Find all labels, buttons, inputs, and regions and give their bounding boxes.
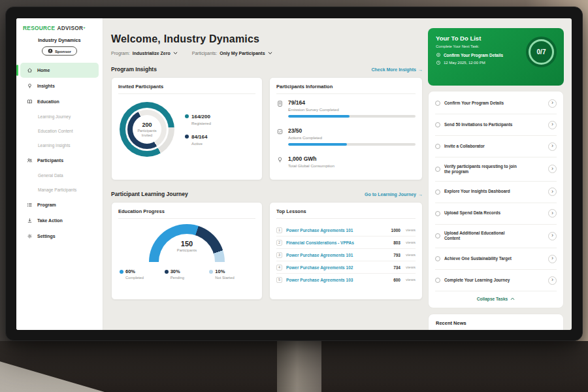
page-title: Welcome, Industry Dynamics bbox=[111, 33, 423, 45]
bulb-icon bbox=[27, 83, 33, 89]
participants-dropdown[interactable]: Only My Participants bbox=[220, 51, 272, 56]
stat-content: 23/50 Actions Completed bbox=[288, 127, 416, 146]
sidebar-item-label: Settings bbox=[37, 234, 56, 238]
sidebar-item-label: General Data bbox=[38, 173, 63, 178]
todo-progress-value: 0/7 bbox=[537, 48, 546, 56]
sidebar-item-home[interactable]: Home bbox=[20, 63, 99, 78]
check-more-insights-link[interactable]: Check More Insights → bbox=[372, 67, 423, 72]
logo-resource: RESOURCE bbox=[23, 25, 55, 31]
lesson-link[interactable]: Financial Considerations - VPPAs bbox=[286, 240, 389, 245]
lesson-link[interactable]: Power Purchase Agreements 103 bbox=[286, 278, 389, 282]
task-row: Verify participants requesting to join t… bbox=[435, 157, 557, 182]
legend-label: Active bbox=[191, 141, 211, 146]
recent-news-card: Recent News bbox=[428, 314, 564, 330]
card-title: Education Progress bbox=[118, 208, 255, 219]
task-checkbox[interactable] bbox=[435, 211, 440, 216]
sidebar-item-program[interactable]: Program bbox=[20, 197, 99, 212]
sidebar-item-take-action[interactable]: Take Action bbox=[20, 213, 99, 228]
card-title: Participants Information bbox=[276, 84, 416, 94]
task-chevron-button[interactable]: › bbox=[548, 255, 557, 263]
sidebar-item-learning-insights[interactable]: Learning Insights bbox=[20, 139, 99, 152]
collapse-tasks-label: Collapse Tasks bbox=[477, 297, 508, 301]
sidebar-item-label: Manage Participants bbox=[38, 188, 76, 192]
stat-value: 23/50 bbox=[288, 127, 416, 134]
program-dropdown-value: Industrialize Zero bbox=[133, 51, 171, 56]
task-chevron-button[interactable]: › bbox=[548, 142, 557, 151]
learning-journey-cards: Education Progress 150 Participants 60% … bbox=[111, 202, 423, 300]
sidebar-item-participants[interactable]: Participants bbox=[20, 153, 99, 168]
chevron-up-icon bbox=[510, 297, 515, 301]
progress-bar-fill bbox=[288, 115, 350, 118]
program-filter: Program: Industrialize Zero bbox=[111, 51, 178, 56]
stat-value: 1,000 GWh bbox=[288, 155, 416, 162]
sidebar-item-settings[interactable]: Settings bbox=[20, 229, 99, 244]
lesson-link[interactable]: Power Purchase Agreements 101 bbox=[286, 228, 387, 233]
task-checkbox[interactable] bbox=[435, 189, 440, 195]
task-checkbox[interactable] bbox=[435, 144, 440, 149]
collapse-tasks-link[interactable]: Collapse Tasks bbox=[435, 291, 557, 306]
legend-dot-teal bbox=[185, 114, 189, 118]
task-chevron-button[interactable]: › bbox=[548, 165, 557, 173]
sidebar-item-label: Learning Insights bbox=[38, 143, 71, 148]
task-checkbox[interactable] bbox=[435, 122, 440, 127]
stat-actions-completed: 23/50 Actions Completed bbox=[276, 127, 416, 146]
legend-label: Registered bbox=[191, 121, 211, 125]
sidebar-item-education-content[interactable]: Education Content bbox=[20, 124, 99, 138]
todo-summary-card: Your To Do List Complete Your Next Task:… bbox=[428, 28, 564, 86]
task-label: Complete Your Learning Journey bbox=[444, 278, 521, 283]
participants-information-card: Participants Information 79/164 Emission… bbox=[269, 77, 423, 180]
task-checkbox[interactable] bbox=[435, 278, 440, 283]
task-row: Achieve One Sustainability Target › bbox=[435, 248, 557, 270]
clipboard-icon bbox=[276, 100, 284, 107]
gauge-center: 150 Participants bbox=[149, 240, 225, 252]
task-chevron-button[interactable]: › bbox=[548, 99, 557, 108]
go-to-learning-journey-link[interactable]: Go to Learning Journey → bbox=[365, 192, 423, 197]
lesson-row: 1 Power Purchase Agreements 101 1000 vie… bbox=[276, 224, 416, 237]
legend-dot-navy bbox=[165, 270, 169, 274]
section-title-program-insights: Program Insights bbox=[111, 66, 157, 73]
lesson-views-label: views bbox=[406, 278, 416, 282]
todo-panel: Your To Do List Complete Your Next Task:… bbox=[428, 28, 564, 330]
lesson-rank: 4 bbox=[276, 265, 282, 270]
task-chevron-button[interactable]: › bbox=[548, 121, 557, 129]
main-content: Welcome, Industry Dynamics Program: Indu… bbox=[111, 18, 423, 300]
todo-next-task-label: Confirm Your Program Details bbox=[444, 53, 503, 57]
donut-center-label: Participants Invited bbox=[133, 129, 161, 137]
sidebar-item-learning-journey[interactable]: Learning Journey bbox=[20, 110, 99, 123]
task-row: Confirm Your Program Details › bbox=[435, 93, 557, 114]
task-list-card: Confirm Your Program Details › Send 50 I… bbox=[428, 91, 564, 308]
task-checkbox[interactable] bbox=[435, 256, 440, 261]
sidebar-menu: Home Insights Education Learning Journey… bbox=[16, 63, 103, 244]
sidebar-item-label: Insights bbox=[37, 84, 55, 88]
task-row: Upload Spend Data Records › bbox=[435, 203, 557, 225]
task-checkbox[interactable] bbox=[435, 233, 440, 238]
task-chevron-button[interactable]: › bbox=[548, 209, 557, 218]
legend-value: 164/200 bbox=[191, 114, 210, 120]
sidebar-item-manage-participants[interactable]: Manage Participants bbox=[20, 183, 99, 197]
task-chevron-button[interactable]: › bbox=[548, 188, 557, 196]
sidebar-item-general-data[interactable]: General Data bbox=[20, 169, 99, 182]
program-dropdown[interactable]: Industrialize Zero bbox=[133, 51, 178, 56]
participants-filter: Participants: Only My Participants bbox=[192, 51, 272, 56]
task-chevron-button[interactable]: › bbox=[548, 232, 557, 240]
app-logo: RESOURCEADVISOR+ bbox=[16, 18, 103, 31]
participants-dropdown-value: Only My Participants bbox=[220, 51, 265, 56]
book-icon bbox=[27, 99, 33, 105]
task-label: Explore Your Insights Dashboard bbox=[444, 189, 521, 194]
task-checkbox[interactable] bbox=[435, 167, 440, 172]
filters-row: Program: Industrialize Zero Participants… bbox=[111, 51, 423, 56]
sidebar-item-education[interactable]: Education bbox=[20, 94, 99, 109]
sidebar-item-insights[interactable]: Insights bbox=[20, 78, 99, 93]
lesson-link[interactable]: Power Purchase Agreements 102 bbox=[286, 265, 389, 270]
lesson-views: 734 bbox=[393, 265, 400, 270]
legend-value: 10% bbox=[215, 269, 225, 274]
learning-journey-header: Participant Learning Journey Go to Learn… bbox=[111, 191, 423, 197]
task-checkbox[interactable] bbox=[435, 101, 440, 106]
stat-global-consumption: 1,000 GWh Total Global Consumption bbox=[276, 155, 416, 168]
lesson-link[interactable]: Power Purchase Agreements 101 bbox=[286, 253, 389, 257]
task-chevron-button[interactable]: › bbox=[548, 276, 557, 285]
org-name: Industry Dynamics bbox=[16, 37, 103, 43]
sidebar: RESOURCEADVISOR+ Industry Dynamics Spons… bbox=[16, 18, 103, 330]
legend-value: 30% bbox=[171, 269, 180, 274]
participants-filter-label: Participants: bbox=[192, 51, 218, 56]
